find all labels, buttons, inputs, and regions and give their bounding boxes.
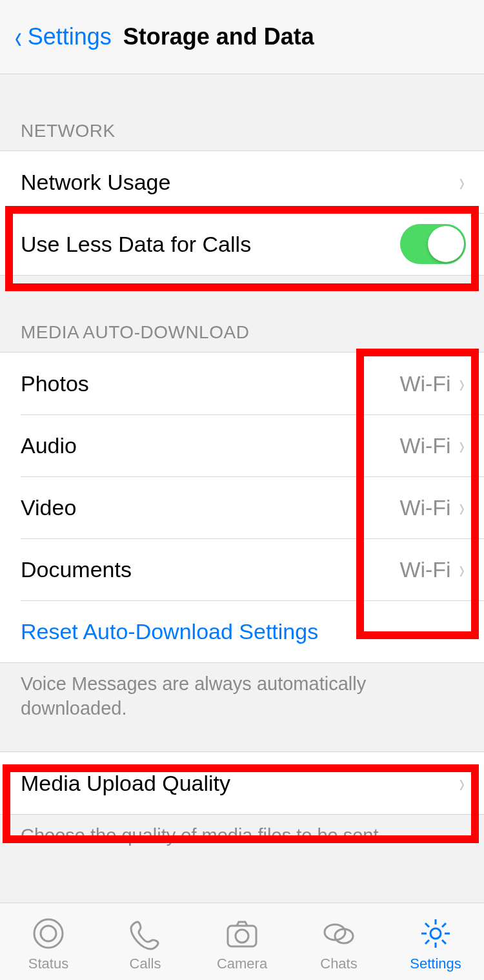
svg-point-1 xyxy=(41,926,56,941)
chevron-right-icon: › xyxy=(459,555,464,584)
upload-group: Media Upload Quality › xyxy=(0,751,484,815)
tab-camera[interactable]: Camera xyxy=(194,903,290,980)
camera-icon xyxy=(224,915,260,952)
toggle-knob xyxy=(428,226,464,262)
upload-footer: Choose the quality of media files to be … xyxy=(0,815,484,848)
chevron-right-icon: › xyxy=(459,431,464,460)
back-button[interactable]: Settings xyxy=(28,23,112,50)
row-value: Wi-Fi xyxy=(399,371,450,396)
row-value: Wi-Fi xyxy=(399,495,450,520)
video-row[interactable]: Video Wi-Fi › xyxy=(0,476,484,538)
gear-icon xyxy=(418,915,454,952)
tab-label: Status xyxy=(28,955,68,972)
reset-auto-download-row[interactable]: Reset Auto-Download Settings xyxy=(0,600,484,662)
phone-icon xyxy=(127,915,163,952)
media-footer: Voice Messages are always automatically … xyxy=(0,663,484,720)
row-label: Audio xyxy=(21,433,399,458)
reset-auto-download-label: Reset Auto-Download Settings xyxy=(21,619,466,644)
use-less-data-label: Use Less Data for Calls xyxy=(21,232,400,257)
network-usage-label: Network Usage xyxy=(21,170,458,195)
tab-settings[interactable]: Settings xyxy=(387,903,484,980)
use-less-data-row[interactable]: Use Less Data for Calls xyxy=(0,213,484,275)
media-upload-quality-label: Media Upload Quality xyxy=(21,771,458,796)
tab-label: Calls xyxy=(130,955,161,972)
svg-point-0 xyxy=(34,919,63,948)
navbar: ‹ Settings Storage and Data xyxy=(0,0,484,74)
svg-point-6 xyxy=(430,928,441,939)
tab-label: Settings xyxy=(410,955,461,972)
tabbar: Status Calls Camera Chats xyxy=(0,903,484,980)
status-icon xyxy=(30,915,66,952)
tab-chats[interactable]: Chats xyxy=(290,903,387,980)
tab-label: Camera xyxy=(217,955,267,972)
media-upload-quality-row[interactable]: Media Upload Quality › xyxy=(0,752,484,814)
section-header-media: MEDIA AUTO-DOWNLOAD xyxy=(0,322,484,352)
tab-status[interactable]: Status xyxy=(0,903,97,980)
page-title: Storage and Data xyxy=(123,23,314,50)
chevron-right-icon: › xyxy=(459,168,464,197)
section-header-network: NETWORK xyxy=(0,121,484,150)
use-less-data-toggle[interactable] xyxy=(400,224,466,264)
tab-calls[interactable]: Calls xyxy=(97,903,194,980)
media-group: Photos Wi-Fi › Audio Wi-Fi › Video Wi-Fi… xyxy=(0,352,484,663)
row-label: Photos xyxy=(21,371,399,396)
back-chevron-icon[interactable]: ‹ xyxy=(15,21,22,53)
tab-label: Chats xyxy=(320,955,357,972)
chevron-right-icon: › xyxy=(459,369,464,398)
svg-point-3 xyxy=(236,930,248,943)
photos-row[interactable]: Photos Wi-Fi › xyxy=(0,352,484,414)
documents-row[interactable]: Documents Wi-Fi › xyxy=(0,538,484,600)
row-label: Documents xyxy=(21,557,399,582)
row-value: Wi-Fi xyxy=(399,433,450,458)
network-usage-row[interactable]: Network Usage › xyxy=(0,151,484,213)
audio-row[interactable]: Audio Wi-Fi › xyxy=(0,414,484,476)
chevron-right-icon: › xyxy=(459,493,464,522)
row-value: Wi-Fi xyxy=(399,557,450,582)
chevron-right-icon: › xyxy=(459,769,464,798)
row-label: Video xyxy=(21,495,399,520)
chats-icon xyxy=(321,915,357,952)
network-group: Network Usage › Use Less Data for Calls xyxy=(0,150,484,276)
